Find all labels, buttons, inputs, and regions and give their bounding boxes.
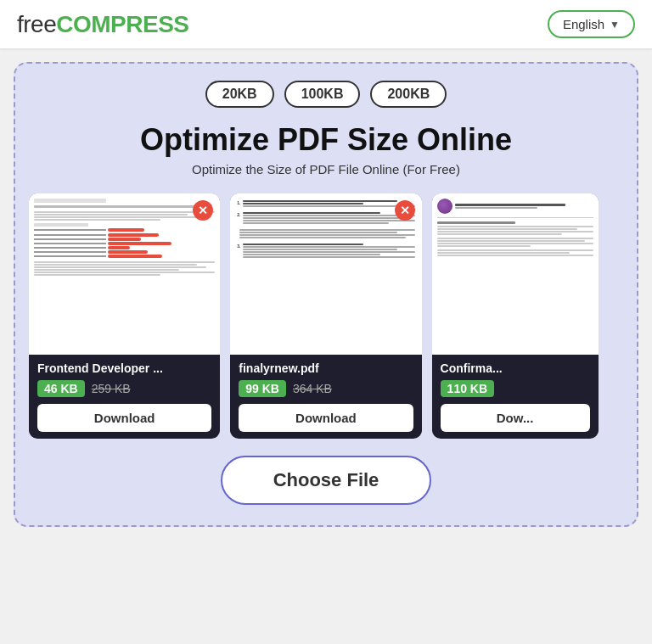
file-name-1: Frontend Developer ... bbox=[37, 361, 211, 375]
close-button-1[interactable]: ✕ bbox=[193, 200, 213, 221]
files-row: ✕ bbox=[29, 193, 623, 439]
logo: freeCOMPRESS bbox=[17, 11, 189, 38]
file-info-3: Confirma... 110 KB Dow... bbox=[432, 355, 599, 439]
file-info-1: Frontend Developer ... 46 KB 259 KB Down… bbox=[29, 355, 220, 439]
page-title: Optimize PDF Size Online bbox=[140, 123, 512, 157]
page-subtitle: Optimize the Size of PDF File Online (Fo… bbox=[192, 162, 460, 176]
upload-area: 20KB 100KB 200KB Optimize PDF Size Onlin… bbox=[14, 62, 638, 527]
file-size-old-2: 364 KB bbox=[293, 382, 332, 395]
download-button-1[interactable]: Download bbox=[37, 404, 211, 432]
download-button-3[interactable]: Dow... bbox=[441, 404, 590, 432]
file-size-old-1: 259 KB bbox=[92, 382, 131, 395]
chevron-down-icon: ▼ bbox=[610, 19, 620, 31]
file-card-3: Confirma... 110 KB Dow... bbox=[432, 193, 599, 439]
file-preview-2: 1. 2. bbox=[230, 193, 421, 355]
file-size-new-1: 46 KB bbox=[37, 380, 85, 397]
header: freeCOMPRESS English ▼ bbox=[0, 0, 652, 48]
logo-free-text: free bbox=[17, 11, 56, 37]
choose-file-button[interactable]: Choose File bbox=[221, 456, 432, 505]
close-button-2[interactable]: ✕ bbox=[395, 200, 415, 221]
file-size-row-2: 99 KB 364 KB bbox=[239, 380, 413, 397]
size-badges-row: 20KB 100KB 200KB bbox=[205, 81, 447, 108]
file-preview-3 bbox=[432, 193, 599, 355]
file-card-1: ✕ bbox=[29, 193, 220, 439]
badge-200kb: 200KB bbox=[370, 81, 447, 108]
file-size-new-3: 110 KB bbox=[441, 380, 494, 397]
file-card-2: ✕ 1. 2. bbox=[230, 193, 421, 439]
file-preview-1 bbox=[29, 193, 220, 355]
file-name-2: finalyrnew.pdf bbox=[239, 361, 413, 375]
language-label: English bbox=[563, 17, 604, 31]
badge-100kb: 100KB bbox=[284, 81, 361, 108]
file-size-row-1: 46 KB 259 KB bbox=[37, 380, 211, 397]
main-content: 20KB 100KB 200KB Optimize PDF Size Onlin… bbox=[0, 48, 652, 540]
file-name-3: Confirma... bbox=[441, 361, 590, 375]
file-size-row-3: 110 KB bbox=[441, 380, 590, 397]
badge-20kb: 20KB bbox=[205, 81, 274, 108]
language-selector[interactable]: English ▼ bbox=[548, 10, 635, 38]
download-button-2[interactable]: Download bbox=[239, 404, 413, 432]
logo-compress-text: COMPRESS bbox=[56, 11, 188, 37]
file-info-2: finalyrnew.pdf 99 KB 364 KB Download bbox=[230, 355, 421, 439]
file-size-new-2: 99 KB bbox=[239, 380, 286, 397]
